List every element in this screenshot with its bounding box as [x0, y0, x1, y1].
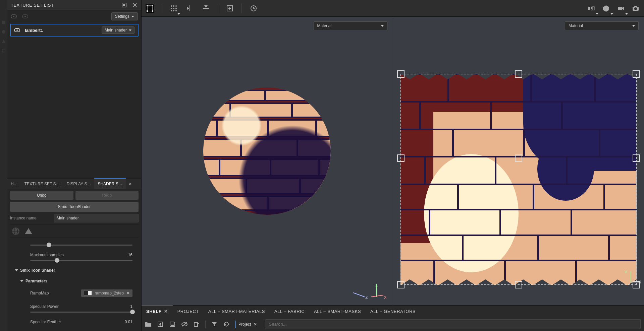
hide-icon[interactable]	[181, 321, 188, 328]
uv-selection[interactable]	[400, 74, 637, 285]
shelf-tab-fabric[interactable]: ALL – FABRIC	[270, 306, 309, 317]
popout-icon[interactable]	[121, 2, 127, 8]
shelf-search-input[interactable]	[265, 319, 641, 329]
cube-icon[interactable]	[602, 4, 610, 13]
visibility-one-icon[interactable]	[22, 14, 28, 18]
svg-rect-12	[152, 10, 153, 12]
tab-history[interactable]: H…	[7, 179, 21, 189]
material-dropdown-3d[interactable]: Material	[314, 21, 387, 30]
svg-rect-11	[147, 10, 148, 12]
project-chip[interactable]: Project✕	[235, 321, 260, 328]
viewport-toolbar	[142, 0, 644, 17]
chevron-down-icon	[131, 16, 134, 17]
close-icon[interactable]: ✕	[254, 322, 257, 327]
texture-set-item[interactable]: lambert1 Main shader	[10, 24, 139, 37]
tab-texture-set-settings[interactable]: TEXTURE SET S…	[21, 179, 63, 189]
panel-title: TEXTURE SET LIST	[11, 3, 54, 8]
selection-handle[interactable]	[515, 154, 522, 162]
svg-rect-31	[588, 7, 590, 10]
save-icon[interactable]	[169, 321, 176, 328]
svg-marker-25	[204, 5, 208, 8]
rampmap-clear-icon[interactable]: ✕	[126, 291, 130, 295]
export-icon[interactable]	[193, 321, 200, 328]
symmetry-y-icon[interactable]	[202, 4, 210, 13]
svg-rect-34	[618, 7, 622, 10]
svg-rect-5	[123, 4, 125, 6]
redo-button[interactable]: Redo	[75, 191, 139, 200]
rail-tool-2[interactable]	[1, 29, 6, 34]
close-icon[interactable]	[132, 2, 138, 8]
instance-name-input[interactable]: Main shader	[54, 214, 139, 222]
svg-rect-8	[147, 6, 153, 11]
undo-button[interactable]: Undo	[10, 191, 73, 200]
shelf-tab-shelf[interactable]: SHELF✕	[142, 305, 173, 317]
settings-button[interactable]: Settings	[111, 12, 138, 20]
max-samples-slider[interactable]	[30, 259, 132, 262]
shader-select[interactable]: Main shader	[102, 26, 135, 34]
svg-point-19	[171, 10, 172, 11]
max-samples-label: Maximum samples	[30, 253, 64, 257]
rail-tool-4[interactable]	[1, 48, 6, 53]
viewport-2d[interactable]: Material	[393, 17, 644, 305]
slider-unnamed[interactable]	[30, 243, 132, 247]
selection-handle[interactable]	[633, 70, 640, 78]
import-icon[interactable]	[157, 321, 164, 328]
svg-point-18	[175, 8, 177, 9]
selection-handle[interactable]	[633, 154, 640, 162]
svg-marker-35	[622, 7, 624, 10]
tab-display-settings[interactable]: DISPLAY S…	[63, 179, 94, 189]
refresh-icon[interactable]	[223, 321, 230, 328]
rail-tool-3[interactable]	[1, 39, 6, 44]
mesh-icon[interactable]	[25, 228, 32, 234]
mirror-icon[interactable]	[587, 4, 596, 13]
grid-snap-icon[interactable]	[169, 4, 178, 13]
history-icon[interactable]	[249, 4, 258, 13]
symmetry-x-icon[interactable]	[185, 4, 194, 13]
tab-shader-settings[interactable]: SHADER S…	[94, 178, 125, 189]
specular-power-value: 1	[130, 304, 132, 309]
selection-handle[interactable]	[397, 70, 405, 78]
svg-rect-9	[147, 5, 148, 6]
gizmo-bbox-icon[interactable]	[146, 4, 154, 13]
folder-icon[interactable]	[145, 321, 152, 328]
svg-point-21	[175, 10, 177, 11]
chevron-down-icon	[632, 25, 635, 27]
material-dropdown-2d[interactable]: Material	[565, 21, 639, 30]
tab-close-icon[interactable]: ✕	[126, 179, 135, 189]
selection-handle[interactable]	[515, 70, 522, 78]
camera-icon[interactable]	[616, 4, 625, 13]
section-header-parameters[interactable]: Parameters	[20, 279, 132, 283]
svg-rect-32	[592, 7, 594, 10]
shelf-tab-smart-masks[interactable]: ALL – SMART-MASKS	[309, 306, 366, 317]
instance-name-label: Instance name	[10, 216, 50, 220]
texture-set-toolbar: Settings	[7, 10, 141, 22]
visibility-icon[interactable]	[14, 28, 20, 32]
main: Material Y X Z	[142, 0, 644, 331]
shader-preset-button[interactable]: Smix_ToonShader	[10, 202, 139, 212]
shelf-tab-generators[interactable]: ALL – GENERATORS	[366, 306, 420, 317]
shelf-tab-project[interactable]: PROJECT	[173, 306, 204, 317]
selection-handle[interactable]	[397, 154, 405, 162]
selection-handle[interactable]	[397, 281, 405, 288]
specular-power-slider[interactable]	[30, 310, 132, 314]
selection-handle[interactable]	[515, 281, 522, 288]
rampmap-chip[interactable]: rampmap_2step ✕	[81, 289, 132, 297]
rampmap-label: RampMap	[30, 291, 49, 295]
texture-set-list-header: TEXTURE SET LIST	[7, 0, 141, 10]
rail-tool-1[interactable]	[1, 20, 6, 25]
svg-rect-38	[634, 6, 637, 7]
svg-point-13	[171, 5, 172, 7]
filter-icon[interactable]	[211, 321, 218, 328]
shelf-tab-smart-materials[interactable]: ALL – SMART-MATERIALS	[204, 306, 270, 317]
add-box-icon[interactable]	[225, 4, 234, 13]
viewport-3d[interactable]: Material Y X Z	[142, 17, 393, 305]
screenshot-icon[interactable]	[631, 4, 640, 13]
shader-settings-panel: Undo Redo Smix_ToonShader Instance name …	[7, 189, 141, 331]
shelf-footer: SHELF✕ PROJECT ALL – SMART-MATERIALS ALL…	[142, 305, 644, 331]
settings-label: Settings	[115, 14, 129, 19]
visibility-all-icon[interactable]	[11, 14, 17, 18]
environment-icon[interactable]	[12, 227, 19, 235]
close-icon[interactable]: ✕	[164, 309, 168, 314]
rampmap-thumbnail	[84, 291, 92, 295]
section-header-toon[interactable]: Smix Toon Shader	[15, 268, 132, 273]
